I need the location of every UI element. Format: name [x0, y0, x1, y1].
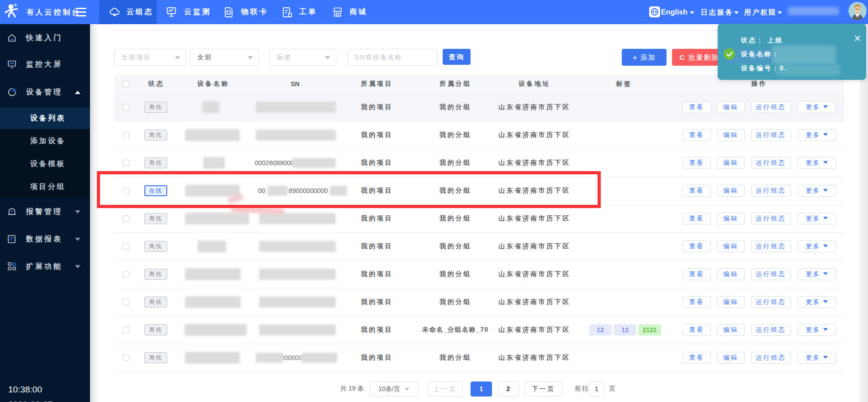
svg-text:R: R	[15, 4, 16, 6]
